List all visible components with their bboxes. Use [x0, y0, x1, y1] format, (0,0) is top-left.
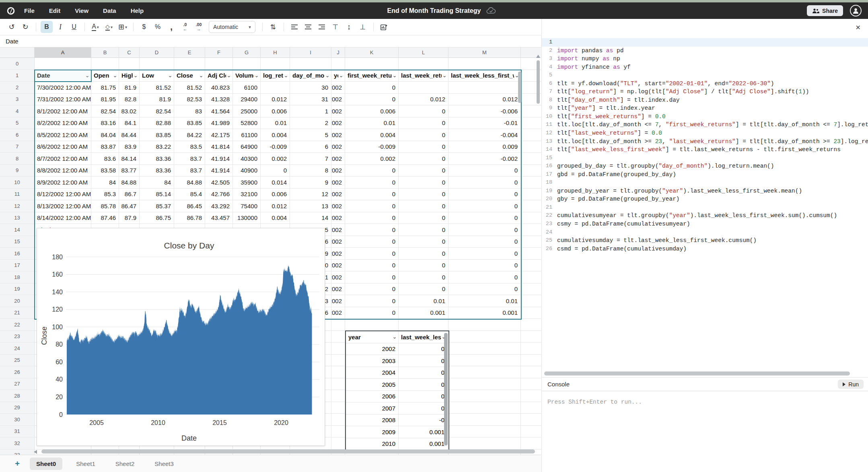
cell-H2[interactable]: [261, 82, 290, 94]
cell-J30[interactable]: [331, 414, 345, 426]
cell-F12[interactable]: 43.292: [205, 200, 233, 212]
header-cell-first_week_returns[interactable]: first_week_returns⌄: [345, 70, 399, 82]
cell-B7[interactable]: 83.87: [91, 141, 119, 153]
cell-C10[interactable]: 84.88: [119, 176, 140, 189]
cell-M24[interactable]: [448, 343, 521, 355]
cell-E13[interactable]: 86.78: [174, 212, 205, 224]
cell-J15[interactable]: 2002: [331, 236, 345, 248]
cell-H11[interactable]: 0.006: [261, 189, 290, 201]
code-editor[interactable]: 12import pandas as pd3import numpy as np…: [542, 38, 868, 253]
cell-G7[interactable]: 64900: [233, 141, 261, 153]
cell-H10[interactable]: 0.014: [261, 176, 290, 189]
console-placeholder[interactable]: Press Shift+Enter to run...: [547, 399, 642, 405]
chevron-down-icon[interactable]: ⌄: [339, 73, 343, 78]
col-header-K[interactable]: K: [345, 47, 399, 58]
col-header-H[interactable]: H: [261, 47, 290, 58]
code-line-21[interactable]: 21: [542, 203, 868, 212]
sheet-horizontal-scrollbar[interactable]: [41, 449, 535, 454]
cell-A13[interactable]: 8/14/2002 12:00 AM: [35, 212, 91, 224]
cell-M21[interactable]: 0.001: [448, 307, 521, 319]
user-avatar[interactable]: [850, 5, 862, 16]
menu-file[interactable]: File: [24, 7, 35, 14]
cell-K21[interactable]: 0: [345, 307, 399, 319]
table2-cell[interactable]: 2008: [346, 415, 399, 427]
col-header-G[interactable]: G: [233, 47, 261, 58]
header-cell-last_week_less_first_week[interactable]: last_week_less_first_week⌄: [448, 70, 521, 82]
row-header-1[interactable]: 1: [0, 70, 35, 82]
cell-K0[interactable]: [345, 58, 399, 70]
code-line-17[interactable]: 17gbd = pd.DataFrame(grouped_by_day): [542, 170, 868, 179]
cell-M3[interactable]: 0.012: [448, 94, 521, 106]
cell-J23[interactable]: [331, 331, 345, 343]
cell-L17[interactable]: 0: [399, 260, 448, 272]
scroll-left-arrow[interactable]: [34, 450, 37, 454]
cell-K14[interactable]: 0: [345, 224, 399, 236]
row-header-18[interactable]: 18: [0, 271, 35, 283]
cell-F10[interactable]: 42.505: [205, 176, 233, 189]
cell-D3[interactable]: 81.9: [140, 94, 174, 106]
cell-K10[interactable]: 0: [345, 176, 399, 189]
cell-C11[interactable]: 86.7: [119, 189, 140, 201]
row-header-26[interactable]: 26: [0, 366, 35, 378]
cell-C12[interactable]: 86.47: [119, 200, 140, 212]
header-cell-Volume[interactable]: Volume⌄: [233, 70, 261, 82]
align-bottom-button[interactable]: ⊥: [357, 21, 369, 33]
cell-A4[interactable]: 8/1/2002 12:00 AM: [35, 105, 91, 117]
table2-cell[interactable]: 0: [399, 355, 448, 367]
cell-B2[interactable]: 81.75: [91, 82, 119, 94]
cell-M4[interactable]: -0.006: [448, 105, 521, 117]
table2-header-1[interactable]: last_week_less_first_week⌄: [399, 331, 448, 343]
sheet-tab-sheet3[interactable]: Sheet3: [148, 458, 180, 470]
cell-L3[interactable]: 0.012: [399, 94, 448, 106]
cell-I11[interactable]: 12: [290, 189, 331, 201]
cell-D2[interactable]: 81.52: [140, 82, 174, 94]
cell-E7[interactable]: 83.5: [174, 141, 205, 153]
cell-I7[interactable]: 6: [290, 141, 331, 153]
cell-B4[interactable]: 82.54: [91, 105, 119, 117]
cell-C7[interactable]: 83.9: [119, 141, 140, 153]
cell-H5[interactable]: 0.01: [261, 117, 290, 129]
cell-F0[interactable]: [205, 58, 233, 70]
table2-cell[interactable]: 0: [399, 402, 448, 415]
cell-B12[interactable]: 85.78: [91, 200, 119, 212]
cell-A5[interactable]: 8/2/2002 12:00 AM: [35, 117, 91, 129]
row-header-9[interactable]: 9: [0, 165, 35, 177]
cell-L10[interactable]: 0: [399, 176, 448, 189]
cell-G3[interactable]: 29400: [233, 94, 261, 106]
code-line-3[interactable]: 3import numpy as np: [542, 55, 868, 63]
cell-L14[interactable]: 0: [399, 224, 448, 236]
align-top-button[interactable]: ⊤: [329, 21, 341, 33]
borders-button[interactable]: ⊞▾: [117, 21, 129, 33]
cell-A2[interactable]: 7/30/2002 12:00 AM: [35, 82, 91, 94]
cell-K9[interactable]: 0: [345, 165, 399, 177]
cell-B8[interactable]: 83.6: [91, 153, 119, 165]
cell-D6[interactable]: 83.85: [140, 129, 174, 141]
cell-L20[interactable]: 0.01: [399, 295, 448, 307]
header-cell-Date[interactable]: Date⌄: [35, 70, 91, 82]
cell-J7[interactable]: 2002: [331, 141, 345, 153]
increase-decimals-button[interactable]: .00→: [193, 21, 205, 33]
redo-button[interactable]: ↻: [19, 21, 31, 33]
bold-button[interactable]: B: [41, 21, 53, 33]
row-header-20[interactable]: 20: [0, 295, 35, 307]
header-cell-log_return[interactable]: log_return⌄: [261, 70, 290, 82]
col-header-M[interactable]: M: [448, 47, 521, 58]
code-line-23[interactable]: 23csmy = pd.DataFrame(cumulativesumyear): [542, 220, 868, 228]
cell-J9[interactable]: 2002: [331, 165, 345, 177]
cell-C13[interactable]: 87.9: [119, 212, 140, 224]
table2-cell[interactable]: 2002: [346, 343, 399, 355]
chevron-down-icon[interactable]: ⌄: [325, 73, 329, 78]
cell-D10[interactable]: 84: [140, 176, 174, 189]
cell-K16[interactable]: 0: [345, 248, 399, 260]
app-logo-icon[interactable]: [6, 6, 15, 15]
cell-H7[interactable]: -0.009: [261, 141, 290, 153]
row-header-17[interactable]: 17: [0, 260, 35, 272]
cell-K8[interactable]: 0.002: [345, 153, 399, 165]
share-button[interactable]: Share: [807, 5, 843, 16]
cell-D8[interactable]: 83.36: [140, 153, 174, 165]
cell-M7[interactable]: 0.009: [448, 141, 521, 153]
header-cell-High[interactable]: High⌄: [119, 70, 140, 82]
cell-M8[interactable]: -0.002: [448, 153, 521, 165]
chevron-down-icon[interactable]: ⌄: [85, 73, 89, 78]
cell-M9[interactable]: 0: [448, 165, 521, 177]
